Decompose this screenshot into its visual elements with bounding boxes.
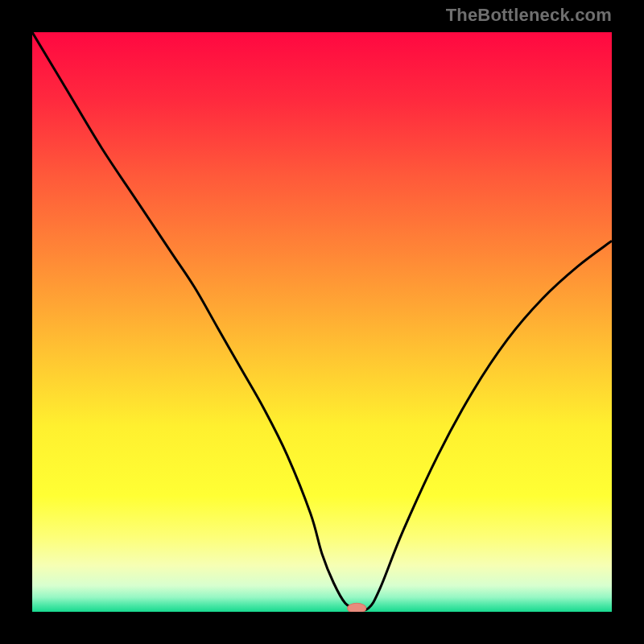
- chart-stage: TheBottleneck.com: [0, 0, 644, 644]
- plot-svg: [32, 32, 612, 612]
- watermark-text: TheBottleneck.com: [446, 5, 612, 26]
- gradient-rect: [32, 32, 612, 612]
- optimum-marker: [348, 603, 366, 612]
- plot-area: [32, 32, 612, 612]
